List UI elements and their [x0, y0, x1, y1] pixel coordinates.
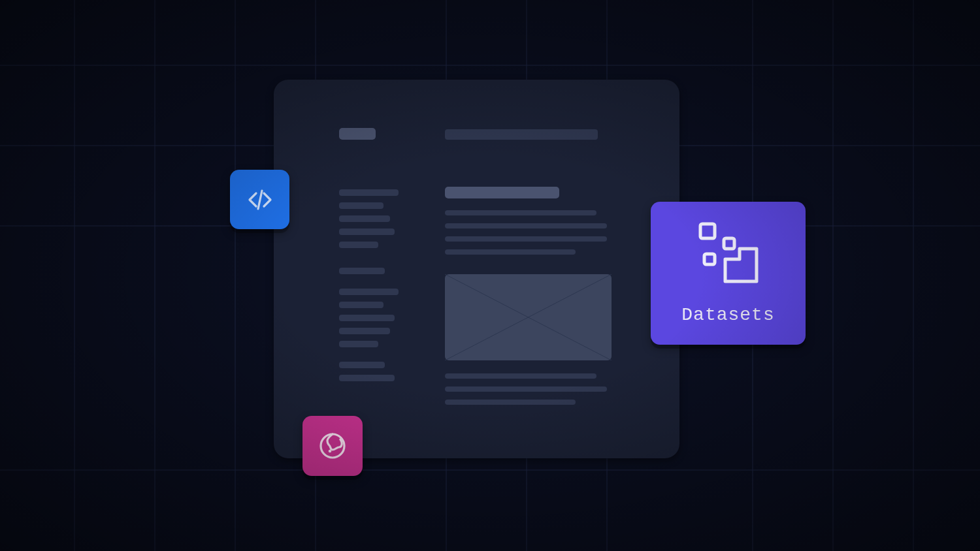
code-card — [230, 170, 289, 229]
image-placeholder — [445, 274, 612, 360]
svg-point-21 — [329, 450, 332, 453]
datasets-icon — [695, 221, 762, 287]
svg-line-16 — [258, 191, 262, 209]
globe-icon — [317, 430, 348, 462]
svg-rect-18 — [724, 238, 734, 249]
globe-card — [302, 416, 363, 476]
datasets-label: Datasets — [681, 305, 774, 325]
document-wireframe — [274, 80, 679, 458]
code-icon — [246, 185, 274, 214]
datasets-card: Datasets — [651, 202, 806, 345]
svg-rect-17 — [700, 224, 715, 238]
svg-rect-19 — [704, 254, 715, 264]
